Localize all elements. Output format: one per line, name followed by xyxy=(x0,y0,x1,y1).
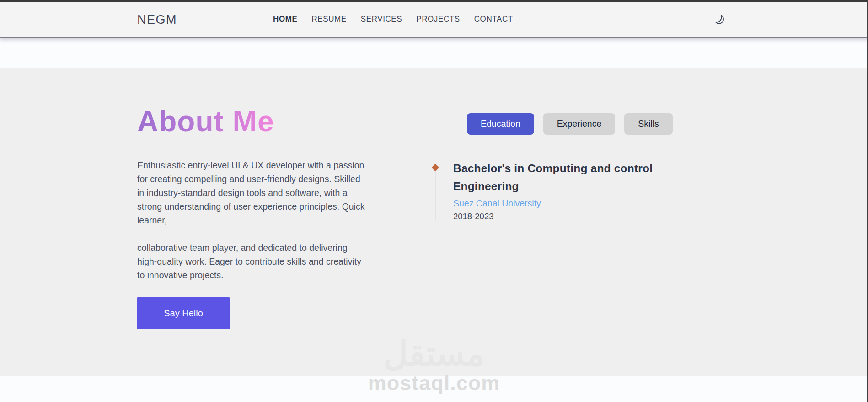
theme-toggle-button[interactable] xyxy=(712,12,727,27)
about-section: About Me Enthusiastic entry-level UI & U… xyxy=(0,68,868,376)
tab-education[interactable]: Education xyxy=(467,113,534,135)
window-top-edge xyxy=(0,0,868,2)
nav-item-contact[interactable]: CONTACT xyxy=(474,15,513,24)
education-years: 2018-2023 xyxy=(453,212,673,222)
nav-item-home[interactable]: HOME xyxy=(273,15,297,24)
about-tabs: Education Experience Skills xyxy=(467,113,673,135)
tab-experience[interactable]: Experience xyxy=(543,113,616,135)
about-paragraph-2: collaborative team player, and dedicated… xyxy=(137,241,370,282)
nav-item-services[interactable]: SERVICES xyxy=(361,15,402,24)
institution-link[interactable]: Suez Canal University xyxy=(453,198,673,209)
timeline-line xyxy=(435,164,436,220)
about-title: About Me xyxy=(137,105,274,137)
education-entry: Bachelor's in Computing and control Engi… xyxy=(453,159,673,222)
degree-title: Bachelor's in Computing and control Engi… xyxy=(453,159,673,195)
header-spacer xyxy=(0,39,868,68)
timeline-diamond-marker xyxy=(432,164,439,172)
tab-skills[interactable]: Skills xyxy=(624,113,673,135)
site-logo[interactable]: NEGM xyxy=(137,13,177,27)
about-paragraph-1: Enthusiastic entry-level UI & UX develop… xyxy=(137,158,370,227)
moon-icon xyxy=(713,13,725,27)
nav-item-resume[interactable]: RESUME xyxy=(311,15,346,24)
nav-item-projects[interactable]: PROJECTS xyxy=(416,15,460,24)
nav-links: HOME RESUME SERVICES PROJECTS CONTACT xyxy=(273,2,513,37)
say-hello-button[interactable]: Say Hello xyxy=(137,297,230,329)
footer-spacer xyxy=(0,376,868,402)
navbar: NEGM HOME RESUME SERVICES PROJECTS CONTA… xyxy=(0,2,868,38)
